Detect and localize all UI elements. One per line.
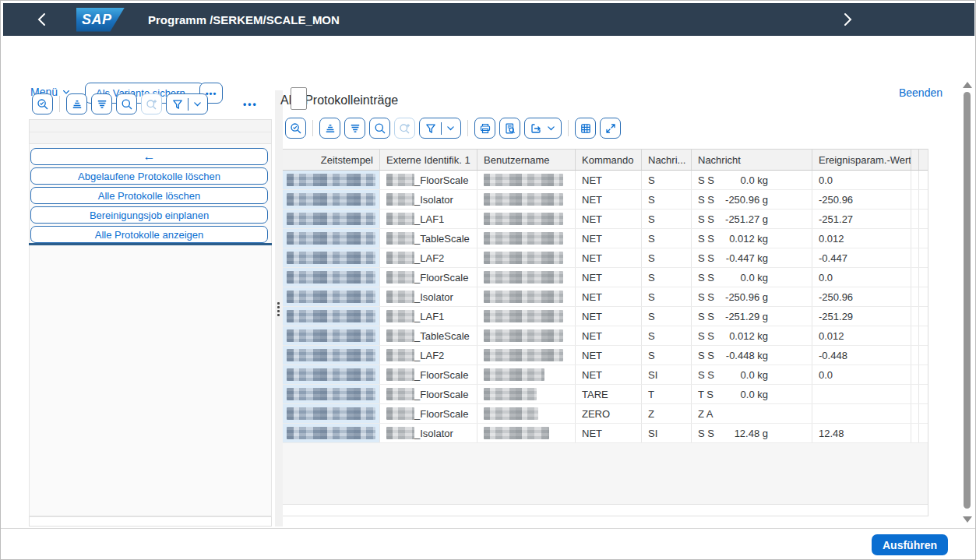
column-header-kommando[interactable]: Kommando	[576, 150, 642, 170]
empty-cell	[911, 210, 919, 228]
benutzername-cell	[477, 229, 576, 248]
left-toolbar-overflow[interactable]: •••	[243, 99, 258, 110]
tree-header-strip	[29, 119, 272, 144]
execute-button[interactable]: Ausführen	[872, 534, 948, 555]
export-split-button[interactable]	[524, 118, 562, 139]
column-header-benutzername[interactable]: Benutzername	[477, 150, 576, 170]
table-background	[283, 443, 928, 504]
table-row[interactable]: _FloorScale ZERO Z Z A	[283, 404, 928, 424]
table-row[interactable]: _LAF2 NET S S S-0.447 kg -0.447	[283, 248, 928, 268]
schedule-cleanup-job-button[interactable]: Bereinigungsjob einplanen	[30, 206, 268, 224]
table-row[interactable]: _Isolator NET S S S-250.96 g -250.96	[283, 190, 928, 210]
ereignisparam-wert-cell: 12.48	[812, 424, 911, 442]
column-header-zeitstempel[interactable]: Zeitstempel	[283, 150, 380, 170]
timestamp-redacted	[287, 174, 375, 186]
chevron-down-icon	[192, 99, 203, 109]
user-redacted	[484, 232, 563, 245]
table-row[interactable]: _FloorScale NET S S S0.0 kg 0.0	[283, 268, 928, 287]
scroll-up-icon[interactable]	[963, 82, 972, 88]
ext-id-prefix-redacted	[386, 271, 414, 284]
table-row[interactable]: _LAF1 NET S S S-251.29 g -251.29	[283, 307, 928, 326]
column-header-nachrichtentyp[interactable]: Nachri...	[642, 150, 692, 170]
ext-id-prefix-redacted	[386, 368, 414, 381]
panel-splitter[interactable]	[275, 90, 283, 527]
grid-view-icon[interactable]	[575, 118, 596, 139]
externe-identifik-cell: _FloorScale	[380, 404, 477, 423]
forward-chevron-icon[interactable]	[841, 12, 854, 26]
delete-all-logs-button[interactable]: Alle Protokolle löschen	[30, 187, 268, 204]
externe-identifik-cell: _LAF1	[380, 210, 477, 228]
maximize-icon[interactable]	[600, 118, 621, 139]
externe-identifik-cell: _Isolator	[380, 424, 477, 442]
splitter-grip-icon	[277, 302, 280, 316]
find-icon[interactable]	[116, 93, 137, 114]
toolbar-separator	[312, 120, 313, 136]
back-chevron-icon[interactable]	[36, 12, 48, 26]
empty-cell	[911, 171, 919, 189]
end-button[interactable]: Beenden	[899, 86, 943, 99]
delete-expired-logs-button[interactable]: Abgelaufene Protokolle löschen	[30, 167, 268, 185]
column-header-ereignisparam-wert[interactable]: Ereignisparam.-Wert	[812, 150, 911, 170]
find-icon[interactable]	[369, 118, 390, 139]
sort-descending-icon[interactable]	[91, 93, 112, 114]
table-row[interactable]: _TableScale NET S S S0.012 kg 0.012	[283, 326, 928, 346]
ext-id-prefix-redacted	[386, 407, 414, 420]
choose-details-icon[interactable]	[32, 93, 53, 114]
show-all-logs-button[interactable]: Alle Protokolle anzeigen	[30, 226, 268, 243]
scrollbar-thumb[interactable]	[964, 92, 971, 509]
left-panel-hscrollbar[interactable]	[29, 516, 272, 527]
table-hscrollbar[interactable]	[283, 504, 928, 516]
timestamp-redacted	[287, 388, 375, 400]
ext-id-suffix: _FloorScale	[414, 408, 468, 420]
table-right-border	[928, 149, 928, 516]
sort-ascending-icon[interactable]	[66, 93, 87, 114]
table-row[interactable]: _FloorScale TARE T T S0.0 kg	[283, 385, 928, 404]
ext-id-suffix: _LAF1	[414, 311, 444, 322]
table-row[interactable]: _FloorScale NET S S S0.0 kg 0.0	[283, 171, 928, 190]
nachricht-cell: S S0.0 kg	[692, 171, 812, 189]
filter-split-button[interactable]	[419, 118, 461, 139]
sap-logo: SAP	[76, 8, 125, 32]
kommando-cell: NET	[576, 190, 642, 209]
print-preview-icon[interactable]	[499, 118, 520, 139]
print-icon[interactable]	[474, 118, 495, 139]
message-value: 0.0 kg	[718, 272, 768, 284]
benutzername-cell	[477, 248, 576, 267]
message-value: 0.012 kg	[718, 233, 768, 245]
empty-cell	[911, 190, 919, 209]
table-row[interactable]: _FloorScale NET SI S S0.0 kg 0.0	[283, 365, 928, 385]
sort-descending-icon[interactable]	[344, 118, 365, 139]
page-title: Programm /SERKEM/SCALE_MON	[148, 13, 340, 26]
choose-details-icon[interactable]	[285, 118, 306, 139]
message-code: S S	[698, 369, 718, 381]
zeitstempel-cell	[283, 307, 380, 326]
sort-ascending-icon[interactable]	[319, 118, 340, 139]
table-row[interactable]: _Isolator NET S S S-250.96 g -250.96	[283, 287, 928, 307]
ereignisparam-wert-cell: -251.29	[812, 307, 911, 326]
filter-split-button[interactable]	[166, 93, 208, 114]
back-arrow-button[interactable]: ←	[30, 148, 268, 165]
nachricht-cell: T S0.0 kg	[692, 385, 812, 403]
table-row[interactable]: _Isolator NET SI S S12.48 g 12.48	[283, 424, 928, 443]
empty-cell	[911, 248, 919, 267]
nachrichtentyp-cell: S	[642, 307, 692, 326]
table-row[interactable]: _TableScale NET S S S0.012 kg 0.012	[283, 229, 928, 248]
user-redacted	[484, 349, 563, 361]
user-redacted	[484, 388, 537, 400]
timestamp-redacted	[287, 310, 375, 322]
scroll-down-icon[interactable]	[963, 516, 972, 523]
ext-id-prefix-redacted	[386, 232, 414, 245]
table-row[interactable]: _LAF2 NET S S S-0.448 kg -0.448	[283, 346, 928, 365]
column-header-nachricht[interactable]: Nachricht	[692, 150, 812, 170]
benutzername-cell	[477, 424, 576, 442]
column-header-empty	[911, 150, 919, 170]
column-header-externe-identifik[interactable]: Externe Identifik. 1	[380, 150, 477, 170]
externe-identifik-cell: _Isolator	[380, 287, 477, 306]
zeitstempel-cell	[283, 287, 380, 306]
timestamp-redacted	[287, 252, 375, 264]
nachricht-cell: Z A	[692, 404, 812, 423]
message-code: T S	[698, 389, 718, 400]
ereignisparam-wert-cell: 0.0	[812, 365, 911, 384]
user-redacted	[484, 213, 563, 225]
table-row[interactable]: _LAF1 NET S S S-251.27 g -251.27	[283, 210, 928, 229]
